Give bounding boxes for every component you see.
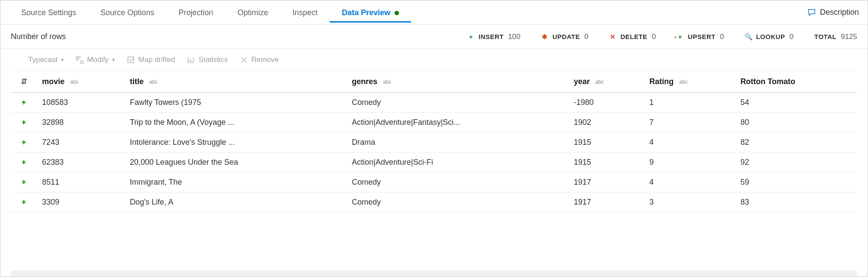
remove-button[interactable]: Remove (240, 55, 279, 64)
sort-column-header[interactable]: ⇵ (11, 71, 37, 93)
column-name: title (130, 77, 144, 86)
typecast-button[interactable]: Typecast (28, 55, 64, 64)
stat-lookup: 🔍 LOOKUP 0 (745, 33, 794, 41)
column-header-rotten[interactable]: Rotton Tomato (735, 71, 857, 93)
svg-rect-2 (128, 57, 134, 63)
cell-title: Trip to the Moon, A (Voyage ... (125, 113, 347, 133)
asterisk-icon: ✱ (541, 33, 548, 41)
stat-total: TOTAL 9125 (814, 33, 857, 41)
column-header-movie[interactable]: movie abc (37, 71, 125, 93)
cell-movie: 108583 (37, 93, 125, 113)
column-header-title[interactable]: title abc (125, 71, 347, 93)
modify-button[interactable]: Modify (76, 55, 115, 64)
stat-upsert: + UPSERT 0 (677, 33, 724, 41)
stat-value: 9125 (841, 33, 857, 41)
stat-value: 0 (652, 33, 656, 41)
button-label: Remove (251, 55, 279, 64)
upsert-icon: + (677, 33, 683, 40)
stat-label: INSERT (479, 33, 504, 40)
cell-genres: Action|Adventure|Fantasy|Sci... (347, 113, 568, 133)
column-header-rating[interactable]: Rating abc (644, 71, 735, 93)
cell-rating: 3 (644, 192, 735, 212)
cell-movie: 7243 (37, 133, 125, 153)
column-type: abc (70, 79, 78, 85)
row-insert-icon: + (11, 113, 37, 133)
tab-source-options[interactable]: Source Options (88, 2, 166, 23)
button-label: Modify (87, 55, 109, 64)
data-table: ⇵ movie abc title abc genres abc year (11, 71, 857, 212)
cell-rotten: 54 (735, 93, 857, 113)
tab-optimize[interactable]: Optimize (225, 2, 280, 23)
cell-genres: Comedy (347, 192, 568, 212)
cell-genres: Action|Adventure|Sci-Fi (347, 153, 568, 173)
row-insert-icon: + (11, 153, 37, 173)
stat-update: ✱ UPDATE 0 (541, 33, 588, 41)
row-insert-icon: + (11, 93, 37, 113)
cell-title: Fawlty Towers (1975 (125, 93, 347, 113)
cell-title: 20,000 Leagues Under the Sea (125, 153, 347, 173)
stats-bar: Number of rows + INSERT 100 ✱ UPDATE 0 ✕… (0, 25, 868, 49)
column-name: Rotton Tomato (740, 77, 795, 86)
cell-rating: 4 (644, 133, 735, 153)
button-label: Map drifted (138, 55, 175, 64)
cell-rotten: 83 (735, 192, 857, 212)
cell-rating: 4 (644, 173, 735, 192)
tab-inspect[interactable]: Inspect (280, 2, 330, 23)
cell-title: Intolerance: Love's Struggle ... (125, 133, 347, 153)
column-name: year (574, 77, 590, 86)
table-row[interactable]: +32898Trip to the Moon, A (Voyage ...Act… (11, 113, 857, 133)
stat-value: 100 (508, 33, 520, 41)
statistics-icon (187, 56, 195, 64)
table-row[interactable]: +6238320,000 Leagues Under the SeaAction… (11, 153, 857, 173)
cell-title: Dog's Life, A (125, 192, 347, 212)
map-drifted-button[interactable]: Map drifted (127, 55, 175, 64)
button-label: Statistics (198, 55, 228, 64)
stat-label: UPSERT (688, 33, 716, 40)
cell-year: 1917 (569, 173, 645, 192)
svg-rect-0 (76, 56, 79, 59)
stats-title: Number of rows (11, 32, 66, 41)
button-label: Typecast (28, 55, 58, 64)
column-name: genres (352, 77, 377, 86)
stat-insert: + INSERT 100 (467, 33, 520, 41)
description-label: Description (820, 8, 859, 17)
plus-icon: + (467, 33, 474, 40)
tab-data-preview[interactable]: Data Preview (330, 2, 411, 23)
remove-icon (240, 56, 248, 64)
table-row[interactable]: +8511Immigrant, TheComedy1917459 (11, 173, 857, 192)
tab-bar: Source Settings Source Options Projectio… (0, 0, 868, 25)
stat-label: LOOKUP (756, 33, 785, 40)
cell-year: -1980 (569, 93, 645, 113)
table-row[interactable]: +108583Fawlty Towers (1975Comedy-1980154 (11, 93, 857, 113)
column-type: abc (149, 79, 158, 85)
cell-rotten: 80 (735, 113, 857, 133)
tab-source-settings[interactable]: Source Settings (9, 2, 88, 23)
horizontal-scrollbar[interactable] (11, 270, 857, 277)
row-insert-icon: + (11, 133, 37, 153)
column-type: abc (679, 79, 687, 85)
table-row[interactable]: +7243Intolerance: Love's Struggle ...Dra… (11, 133, 857, 153)
search-icon: 🔍 (745, 33, 751, 41)
cell-movie: 3309 (37, 192, 125, 212)
column-header-genres[interactable]: genres abc (347, 71, 568, 93)
row-insert-icon: + (11, 192, 37, 212)
cell-year: 1915 (569, 153, 645, 173)
cell-genres: Comedy (347, 93, 568, 113)
toolbar: Typecast Modify Map drifted Statistics R… (11, 49, 857, 71)
table-row[interactable]: +3309Dog's Life, AComedy1917383 (11, 192, 857, 212)
column-type: abc (383, 79, 391, 85)
cell-rating: 7 (644, 113, 735, 133)
cell-genres: Drama (347, 133, 568, 153)
map-drifted-icon (127, 56, 135, 64)
column-type: abc (596, 79, 604, 85)
cell-movie: 8511 (37, 173, 125, 192)
description-link[interactable]: Description (807, 8, 859, 17)
cell-rotten: 59 (735, 173, 857, 192)
statistics-button[interactable]: Statistics (187, 55, 228, 64)
cell-year: 1917 (569, 192, 645, 212)
column-header-year[interactable]: year abc (569, 71, 645, 93)
tab-projection[interactable]: Projection (166, 2, 225, 23)
stat-delete: ✕ DELETE 0 (609, 33, 656, 41)
cell-movie: 62383 (37, 153, 125, 173)
cell-title: Immigrant, The (125, 173, 347, 192)
